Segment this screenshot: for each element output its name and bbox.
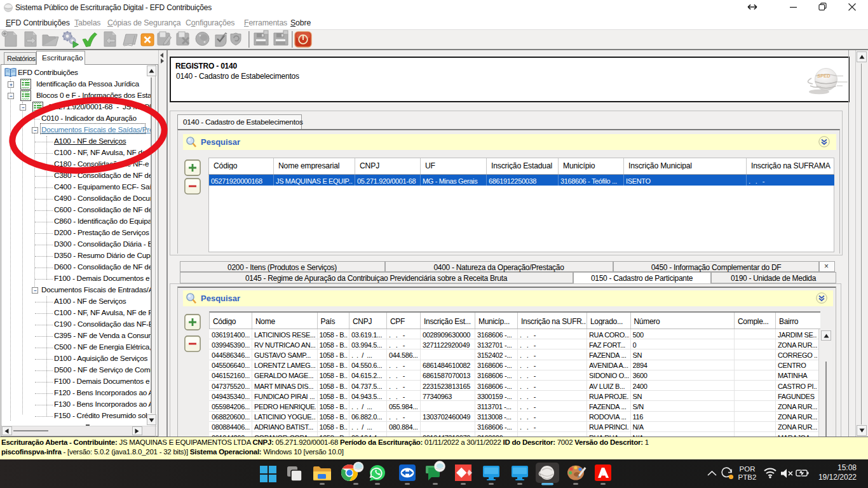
svg-text:PTB2: PTB2 [738,473,757,481]
svg-text:POR: POR [740,465,756,473]
svg-text:SPED: SPED [817,73,831,79]
svg-text:19/12/2022: 19/12/2022 [818,473,857,482]
svg-text:15:08: 15:08 [837,463,857,472]
